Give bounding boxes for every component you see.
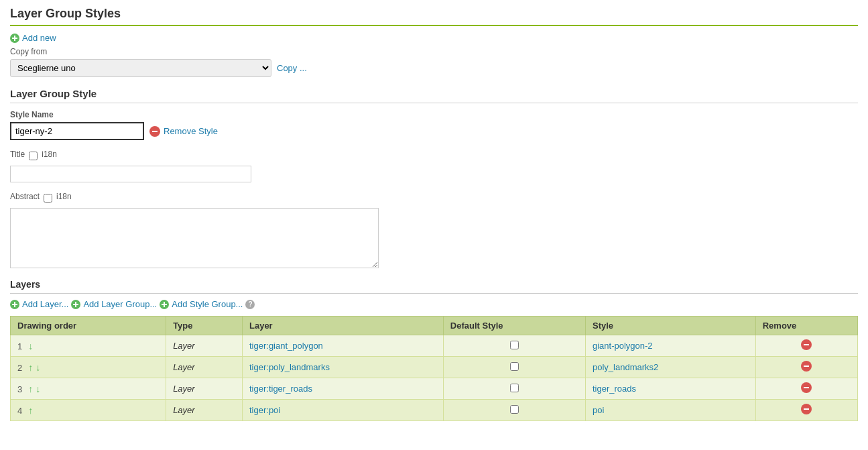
layer-link[interactable]: tiger:poi: [249, 405, 280, 415]
default-style-cell: [443, 357, 585, 378]
title-i18n-checkbox[interactable]: [29, 152, 38, 160]
row-number: 1: [17, 341, 22, 351]
add-layer-group-icon: [71, 300, 80, 309]
remove-row-button[interactable]: [801, 382, 812, 393]
layer-link[interactable]: tiger:tiger_roads: [249, 384, 312, 394]
row-number: 3: [17, 384, 22, 394]
layer-cell: tiger:tiger_roads: [242, 378, 443, 400]
col-remove: Remove: [755, 317, 857, 335]
remove-style-button[interactable]: Remove Style: [149, 126, 218, 137]
abstract-label: Abstract: [10, 192, 40, 201]
style-name-input[interactable]: [10, 122, 144, 140]
arrows-cell: ↑↓: [27, 384, 41, 394]
arrows-cell: ↑↓: [27, 362, 41, 373]
layers-title: Layers: [10, 279, 858, 294]
type-cell: Layer: [166, 400, 243, 421]
layer-cell: tiger:poly_landmarks: [242, 357, 443, 378]
table-row: 3↑↓Layertiger:tiger_roadstiger_roads: [11, 378, 858, 400]
type-cell: Layer: [166, 335, 243, 357]
add-new-link[interactable]: Add new: [10, 33, 56, 43]
remove-row-button[interactable]: [801, 404, 812, 414]
layer-group-style-title: Layer Group Style: [10, 88, 858, 103]
page-title: Layer Group Styles: [10, 7, 858, 26]
layer-cell: tiger:poi: [242, 400, 443, 421]
copy-row: Sceglierne uno Copy ...: [10, 59, 858, 77]
table-row: 4↑Layertiger:poipoi: [11, 400, 858, 421]
arrow-up-button[interactable]: ↑: [27, 384, 34, 394]
type-cell: Layer: [166, 357, 243, 378]
remove-row-button[interactable]: [801, 339, 812, 350]
default-style-checkbox[interactable]: [510, 341, 519, 349]
title-label: Title: [10, 150, 25, 159]
abstract-i18n-checkbox[interactable]: [44, 194, 52, 203]
col-default-style: Default Style: [443, 317, 585, 335]
arrow-up-button[interactable]: ↑: [27, 362, 34, 373]
remove-cell: [755, 357, 857, 378]
default-style-cell: [443, 400, 585, 421]
remove-row-icon: [801, 361, 812, 372]
style-link[interactable]: giant-polygon-2: [593, 341, 653, 351]
table-header-row: Drawing order Type Layer Default Style S…: [11, 317, 858, 335]
add-layer-group-link[interactable]: Add Layer Group...: [83, 299, 157, 309]
row-number: 4: [17, 406, 22, 416]
style-cell: tiger_roads: [585, 378, 755, 400]
layer-link[interactable]: tiger:poly_landmarks: [249, 362, 330, 372]
col-style: Style: [585, 317, 755, 335]
table-row: 2↑↓Layertiger:poly_landmarkspoly_landmar…: [11, 357, 858, 378]
abstract-i18n-label: i18n: [56, 192, 72, 201]
drawing-order-cell: 1↓: [11, 335, 166, 357]
copy-link[interactable]: Copy ...: [277, 63, 307, 73]
style-link[interactable]: poly_landmarks2: [593, 362, 658, 372]
col-type: Type: [166, 317, 243, 335]
arrow-down-button[interactable]: ↓: [27, 341, 34, 351]
add-style-group-icon: [160, 300, 169, 309]
abstract-field-row: Abstract i18n: [10, 192, 858, 204]
remove-row-icon: [801, 382, 812, 393]
style-cell: poly_landmarks2: [585, 357, 755, 378]
default-style-cell: [443, 378, 585, 400]
layer-cell: tiger:giant_polygon: [242, 335, 443, 357]
arrow-down-button[interactable]: ↓: [35, 384, 41, 394]
default-style-checkbox[interactable]: [510, 384, 519, 392]
col-drawing-order: Drawing order: [11, 317, 166, 335]
title-i18n-label: i18n: [42, 150, 57, 159]
table-row: 1↓Layertiger:giant_polygongiant-polygon-…: [11, 335, 858, 357]
abstract-textarea[interactable]: [10, 208, 379, 268]
default-style-checkbox[interactable]: [510, 362, 519, 371]
style-cell: giant-polygon-2: [585, 335, 755, 357]
arrow-down-button[interactable]: ↓: [35, 362, 41, 373]
default-style-cell: [443, 335, 585, 357]
arrows-cell: ↑: [27, 405, 34, 416]
drawing-order-cell: 3↑↓: [11, 378, 166, 400]
title-input[interactable]: [10, 166, 251, 182]
arrow-up-button[interactable]: ↑: [27, 405, 34, 416]
remove-cell: [755, 400, 857, 421]
style-name-row: Remove Style: [10, 122, 858, 140]
add-new-label: Add new: [22, 33, 56, 43]
layers-actions: Add Layer... Add Layer Group... Add Styl…: [10, 299, 858, 309]
add-new-icon: [10, 34, 19, 43]
style-link[interactable]: poi: [593, 405, 604, 415]
copy-from-label: Copy from: [10, 47, 858, 56]
style-name-label: Style Name: [10, 110, 858, 119]
layers-table: Drawing order Type Layer Default Style S…: [10, 316, 858, 421]
col-layer: Layer: [242, 317, 443, 335]
title-field-row: Title i18n: [10, 150, 858, 162]
remove-row-icon: [801, 339, 812, 350]
add-style-group-link[interactable]: Add Style Group...: [172, 299, 243, 309]
layer-link[interactable]: tiger:giant_polygon: [249, 341, 323, 351]
remove-cell: [755, 378, 857, 400]
remove-row-button[interactable]: [801, 361, 812, 372]
remove-cell: [755, 335, 857, 357]
remove-style-icon: [149, 126, 160, 137]
add-layer-icon: [10, 300, 19, 309]
remove-row-icon: [801, 404, 812, 414]
style-link[interactable]: tiger_roads: [593, 384, 636, 394]
add-layer-link[interactable]: Add Layer...: [22, 299, 68, 309]
row-number: 2: [17, 363, 22, 373]
help-icon[interactable]: ?: [245, 300, 255, 309]
default-style-checkbox[interactable]: [510, 405, 519, 414]
style-cell: poi: [585, 400, 755, 421]
drawing-order-cell: 2↑↓: [11, 357, 166, 378]
copy-from-select[interactable]: Sceglierne uno: [10, 59, 271, 77]
